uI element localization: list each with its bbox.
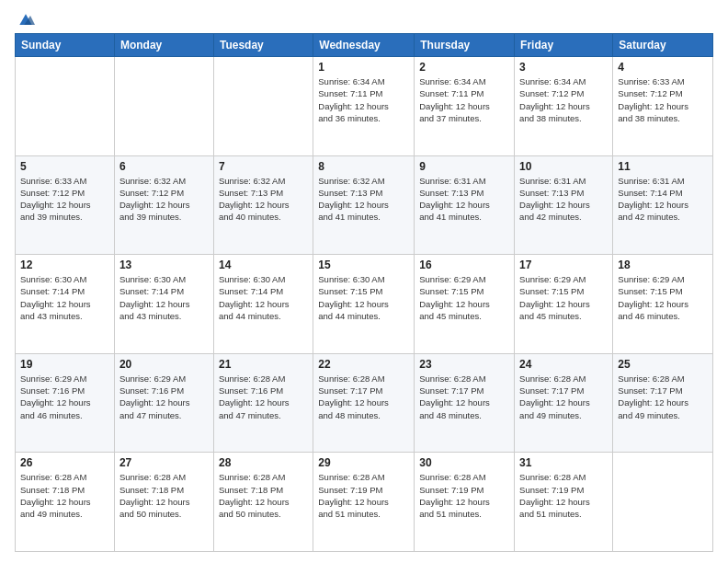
day-number: 23 xyxy=(419,358,509,371)
day-info: Sunrise: 6:28 AM Sunset: 7:18 PM Dayligh… xyxy=(219,471,308,520)
day-number: 25 xyxy=(618,358,708,371)
day-info: Sunrise: 6:28 AM Sunset: 7:17 PM Dayligh… xyxy=(419,373,509,421)
day-of-week-header: Wednesday xyxy=(313,34,415,57)
calendar-day-cell: 9Sunrise: 6:31 AM Sunset: 7:13 PM Daylig… xyxy=(415,155,515,255)
page: SundayMondayTuesdayWednesdayThursdayFrid… xyxy=(0,0,728,563)
day-info: Sunrise: 6:34 AM Sunset: 7:11 PM Dayligh… xyxy=(318,75,409,124)
calendar-day-cell: 26Sunrise: 6:28 AM Sunset: 7:18 PM Dayli… xyxy=(16,453,115,552)
day-info: Sunrise: 6:29 AM Sunset: 7:16 PM Dayligh… xyxy=(119,373,209,421)
calendar-table: SundayMondayTuesdayWednesdayThursdayFrid… xyxy=(15,33,713,552)
day-info: Sunrise: 6:33 AM Sunset: 7:12 PM Dayligh… xyxy=(20,175,109,224)
day-info: Sunrise: 6:28 AM Sunset: 7:17 PM Dayligh… xyxy=(519,373,608,421)
calendar-day-cell: 23Sunrise: 6:28 AM Sunset: 7:17 PM Dayli… xyxy=(415,353,515,453)
day-number: 21 xyxy=(219,358,308,371)
calendar-day-cell xyxy=(16,57,115,156)
day-number: 15 xyxy=(318,259,409,271)
calendar-day-cell: 3Sunrise: 6:34 AM Sunset: 7:12 PM Daylig… xyxy=(515,57,613,156)
day-of-week-header: Tuesday xyxy=(213,34,313,57)
day-number: 27 xyxy=(119,456,209,469)
day-info: Sunrise: 6:32 AM Sunset: 7:13 PM Dayligh… xyxy=(219,175,308,224)
day-number: 24 xyxy=(519,358,608,371)
calendar-day-cell: 22Sunrise: 6:28 AM Sunset: 7:17 PM Dayli… xyxy=(313,353,415,453)
day-info: Sunrise: 6:34 AM Sunset: 7:11 PM Dayligh… xyxy=(419,75,509,124)
day-info: Sunrise: 6:29 AM Sunset: 7:15 PM Dayligh… xyxy=(519,273,608,322)
day-number: 6 xyxy=(119,160,209,173)
day-number: 4 xyxy=(618,61,708,74)
calendar-day-cell: 29Sunrise: 6:28 AM Sunset: 7:19 PM Dayli… xyxy=(313,453,415,552)
day-number: 26 xyxy=(20,456,109,469)
day-of-week-header: Monday xyxy=(114,34,213,57)
day-info: Sunrise: 6:28 AM Sunset: 7:19 PM Dayligh… xyxy=(419,471,509,520)
day-number: 31 xyxy=(519,456,608,469)
day-number: 5 xyxy=(20,160,109,173)
day-info: Sunrise: 6:30 AM Sunset: 7:15 PM Dayligh… xyxy=(318,273,409,322)
day-info: Sunrise: 6:33 AM Sunset: 7:12 PM Dayligh… xyxy=(618,75,708,124)
calendar-day-cell: 5Sunrise: 6:33 AM Sunset: 7:12 PM Daylig… xyxy=(16,155,115,255)
day-number: 17 xyxy=(519,259,608,271)
day-info: Sunrise: 6:28 AM Sunset: 7:16 PM Dayligh… xyxy=(219,373,308,421)
day-number: 29 xyxy=(318,456,409,469)
day-info: Sunrise: 6:29 AM Sunset: 7:16 PM Dayligh… xyxy=(20,373,109,421)
calendar-week-row: 19Sunrise: 6:29 AM Sunset: 7:16 PM Dayli… xyxy=(16,353,713,453)
day-info: Sunrise: 6:30 AM Sunset: 7:14 PM Dayligh… xyxy=(20,273,109,322)
day-info: Sunrise: 6:29 AM Sunset: 7:15 PM Dayligh… xyxy=(618,273,708,322)
day-info: Sunrise: 6:31 AM Sunset: 7:13 PM Dayligh… xyxy=(519,175,608,224)
day-number: 3 xyxy=(519,61,608,74)
calendar-day-cell xyxy=(213,57,313,156)
day-info: Sunrise: 6:28 AM Sunset: 7:18 PM Dayligh… xyxy=(119,471,209,520)
day-info: Sunrise: 6:34 AM Sunset: 7:12 PM Dayligh… xyxy=(519,75,608,124)
header xyxy=(15,11,713,26)
day-info: Sunrise: 6:32 AM Sunset: 7:13 PM Dayligh… xyxy=(318,175,409,224)
calendar-day-cell: 16Sunrise: 6:29 AM Sunset: 7:15 PM Dayli… xyxy=(415,255,515,354)
day-of-week-header: Saturday xyxy=(613,34,713,57)
calendar-day-cell: 17Sunrise: 6:29 AM Sunset: 7:15 PM Dayli… xyxy=(515,255,613,354)
day-number: 19 xyxy=(20,358,109,371)
day-number: 8 xyxy=(318,160,409,173)
day-info: Sunrise: 6:28 AM Sunset: 7:19 PM Dayligh… xyxy=(519,471,608,520)
calendar-week-row: 5Sunrise: 6:33 AM Sunset: 7:12 PM Daylig… xyxy=(16,155,713,255)
day-number: 30 xyxy=(419,456,509,469)
calendar-day-cell: 11Sunrise: 6:31 AM Sunset: 7:14 PM Dayli… xyxy=(613,155,713,255)
day-number: 9 xyxy=(419,160,509,173)
day-number: 14 xyxy=(219,259,308,271)
calendar-day-cell: 13Sunrise: 6:30 AM Sunset: 7:14 PM Dayli… xyxy=(114,255,213,354)
calendar-day-cell: 8Sunrise: 6:32 AM Sunset: 7:13 PM Daylig… xyxy=(313,155,415,255)
day-number: 22 xyxy=(318,358,409,371)
day-info: Sunrise: 6:30 AM Sunset: 7:14 PM Dayligh… xyxy=(119,273,209,322)
calendar-day-cell: 21Sunrise: 6:28 AM Sunset: 7:16 PM Dayli… xyxy=(213,353,313,453)
calendar-day-cell: 30Sunrise: 6:28 AM Sunset: 7:19 PM Dayli… xyxy=(415,453,515,552)
day-number: 12 xyxy=(20,259,109,271)
day-number: 10 xyxy=(519,160,608,173)
calendar-day-cell: 25Sunrise: 6:28 AM Sunset: 7:17 PM Dayli… xyxy=(613,353,713,453)
day-info: Sunrise: 6:32 AM Sunset: 7:12 PM Dayligh… xyxy=(119,175,209,224)
calendar-day-cell: 28Sunrise: 6:28 AM Sunset: 7:18 PM Dayli… xyxy=(213,453,313,552)
day-number: 13 xyxy=(119,259,209,271)
day-number: 1 xyxy=(318,61,409,74)
day-number: 11 xyxy=(618,160,708,173)
day-number: 28 xyxy=(219,456,308,469)
calendar-week-row: 12Sunrise: 6:30 AM Sunset: 7:14 PM Dayli… xyxy=(16,255,713,354)
day-info: Sunrise: 6:30 AM Sunset: 7:14 PM Dayligh… xyxy=(219,273,308,322)
day-info: Sunrise: 6:28 AM Sunset: 7:17 PM Dayligh… xyxy=(618,373,708,421)
calendar-day-cell: 15Sunrise: 6:30 AM Sunset: 7:15 PM Dayli… xyxy=(313,255,415,354)
day-info: Sunrise: 6:31 AM Sunset: 7:13 PM Dayligh… xyxy=(419,175,509,224)
day-info: Sunrise: 6:28 AM Sunset: 7:17 PM Dayligh… xyxy=(318,373,409,421)
calendar-day-cell: 12Sunrise: 6:30 AM Sunset: 7:14 PM Dayli… xyxy=(16,255,115,354)
calendar-day-cell: 14Sunrise: 6:30 AM Sunset: 7:14 PM Dayli… xyxy=(213,255,313,354)
calendar-day-cell: 2Sunrise: 6:34 AM Sunset: 7:11 PM Daylig… xyxy=(415,57,515,156)
logo xyxy=(15,11,35,26)
calendar-day-cell: 18Sunrise: 6:29 AM Sunset: 7:15 PM Dayli… xyxy=(613,255,713,354)
calendar-day-cell xyxy=(613,453,713,552)
calendar-week-row: 1Sunrise: 6:34 AM Sunset: 7:11 PM Daylig… xyxy=(16,57,713,156)
day-number: 20 xyxy=(119,358,209,371)
calendar-day-cell: 4Sunrise: 6:33 AM Sunset: 7:12 PM Daylig… xyxy=(613,57,713,156)
calendar-day-cell: 6Sunrise: 6:32 AM Sunset: 7:12 PM Daylig… xyxy=(114,155,213,255)
logo-icon xyxy=(17,11,35,29)
day-info: Sunrise: 6:31 AM Sunset: 7:14 PM Dayligh… xyxy=(618,175,708,224)
day-info: Sunrise: 6:28 AM Sunset: 7:19 PM Dayligh… xyxy=(318,471,409,520)
calendar-day-cell: 7Sunrise: 6:32 AM Sunset: 7:13 PM Daylig… xyxy=(213,155,313,255)
calendar-week-row: 26Sunrise: 6:28 AM Sunset: 7:18 PM Dayli… xyxy=(16,453,713,552)
calendar-day-cell: 1Sunrise: 6:34 AM Sunset: 7:11 PM Daylig… xyxy=(313,57,415,156)
calendar-header-row: SundayMondayTuesdayWednesdayThursdayFrid… xyxy=(16,34,713,57)
calendar-day-cell: 31Sunrise: 6:28 AM Sunset: 7:19 PM Dayli… xyxy=(515,453,613,552)
